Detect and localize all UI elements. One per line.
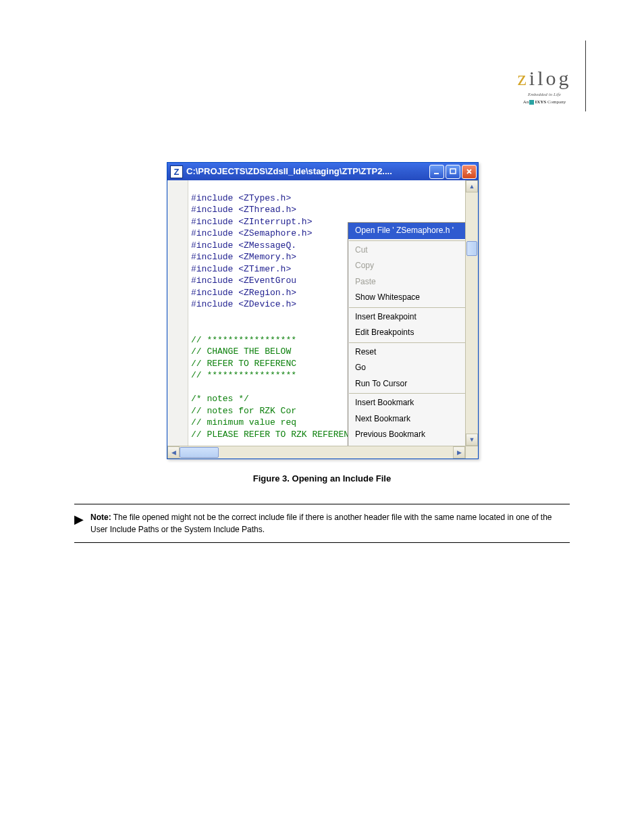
scroll-thumb-vertical[interactable] bbox=[466, 241, 477, 256]
code-line: #include <ZDevice.h> bbox=[191, 299, 296, 309]
scroll-down-button[interactable]: ▼ bbox=[466, 434, 478, 446]
brand-logo: zilog Embedded in Life AnIXYS Company bbox=[509, 64, 580, 106]
comment-line: // CHANGE THE BELOW bbox=[191, 346, 296, 357]
menu-item[interactable]: Run To Cursor bbox=[348, 376, 465, 392]
comment-line: // ***************** bbox=[191, 370, 296, 380]
comment-line: // notes for RZK Cor bbox=[191, 406, 296, 416]
menu-separator bbox=[349, 342, 465, 343]
svg-rect-1 bbox=[450, 169, 456, 174]
logo-company: AnIXYS Company bbox=[509, 99, 580, 106]
code-line: #include <ZSemaphore.h> bbox=[191, 228, 312, 238]
menu-item: Cut bbox=[348, 242, 465, 259]
scroll-left-button[interactable]: ◀ bbox=[167, 446, 180, 459]
scroll-right-button[interactable]: ▶ bbox=[453, 446, 465, 459]
vertical-scrollbar[interactable]: ▲ ▼ bbox=[465, 180, 478, 446]
figure-3: Z C:\PROJECTS\ZDS\ZdsII_Ide\staging\ZTP\… bbox=[167, 162, 477, 485]
menu-item[interactable]: Previous Bookmark bbox=[348, 427, 465, 443]
svg-rect-0 bbox=[434, 173, 439, 174]
menu-item[interactable]: Remove All Bookmarks bbox=[348, 443, 465, 446]
menu-item[interactable]: Reset bbox=[348, 344, 465, 361]
comment-line: /* notes */ bbox=[191, 394, 249, 404]
scroll-corner bbox=[465, 446, 478, 459]
menu-item: Copy bbox=[348, 258, 465, 274]
editor-gutter bbox=[167, 180, 188, 446]
menu-separator bbox=[349, 240, 465, 241]
logo-rest: ilog bbox=[529, 64, 572, 93]
menu-item: Paste bbox=[348, 274, 465, 290]
note-label: Note: bbox=[90, 513, 111, 522]
scroll-thumb-horizontal[interactable] bbox=[180, 447, 219, 458]
company-mark-icon bbox=[529, 100, 534, 105]
note-arrow-icon: ▶ bbox=[74, 511, 84, 528]
comment-line: // minimum value req bbox=[191, 417, 296, 427]
menu-item[interactable]: Edit Breakpoints bbox=[348, 325, 465, 341]
code-line: #include <ZEventGrou bbox=[191, 276, 296, 286]
code-line: #include <ZTypes.h> bbox=[191, 193, 291, 203]
code-line: #include <ZMessageQ. bbox=[191, 240, 296, 251]
note-block: ▶ Note: The file opened might not be the… bbox=[74, 504, 570, 543]
comment-line: // REFER TO REFERENC bbox=[191, 359, 296, 369]
menu-item[interactable]: Open File ' ZSemaphore.h ' bbox=[348, 223, 465, 239]
code-line: #include <ZMemory.h> bbox=[191, 252, 296, 262]
code-editor[interactable]: #include <ZTypes.h> #include <ZThread.h>… bbox=[188, 180, 465, 446]
editor-context-menu[interactable]: Open File ' ZSemaphore.h 'CutCopyPasteSh… bbox=[348, 222, 465, 446]
menu-item[interactable]: Next Bookmark bbox=[348, 411, 465, 427]
app-icon: Z bbox=[170, 165, 183, 178]
note-text: Note: The file opened might not be the c… bbox=[90, 511, 570, 536]
comment-line: // ***************** bbox=[191, 335, 296, 345]
logo-letter-z: z bbox=[518, 64, 529, 93]
close-button[interactable] bbox=[462, 165, 477, 179]
header-divider bbox=[585, 41, 586, 111]
code-line: #include <ZThread.h> bbox=[191, 205, 296, 215]
code-line: #include <ZTimer.h> bbox=[191, 264, 291, 274]
menu-item[interactable]: Insert Bookmark bbox=[348, 395, 465, 411]
menu-item[interactable]: Show Whitespace bbox=[348, 290, 465, 306]
figure-caption: Figure 3. Opening an Include File bbox=[167, 473, 477, 485]
code-line: #include <ZInterrupt.h> bbox=[191, 217, 312, 227]
window-titlebar[interactable]: Z C:\PROJECTS\ZDS\ZdsII_Ide\staging\ZTP\… bbox=[167, 163, 478, 180]
maximize-button[interactable] bbox=[446, 165, 460, 179]
menu-separator bbox=[349, 393, 465, 394]
scroll-up-button[interactable]: ▲ bbox=[466, 180, 478, 192]
menu-separator bbox=[349, 307, 465, 308]
menu-item[interactable]: Go bbox=[348, 360, 465, 376]
horizontal-scrollbar[interactable]: ◀ ▶ bbox=[167, 446, 478, 459]
window-title: C:\PROJECTS\ZDS\ZdsII_Ide\staging\ZTP\ZT… bbox=[186, 165, 428, 178]
code-line: #include <ZRegion.h> bbox=[191, 288, 296, 298]
minimize-button[interactable] bbox=[429, 165, 444, 179]
menu-item[interactable]: Insert Breakpoint bbox=[348, 309, 465, 325]
note-body: The file opened might not be the correct… bbox=[90, 513, 552, 534]
editor-window: Z C:\PROJECTS\ZDS\ZdsII_Ide\staging\ZTP\… bbox=[167, 162, 479, 459]
